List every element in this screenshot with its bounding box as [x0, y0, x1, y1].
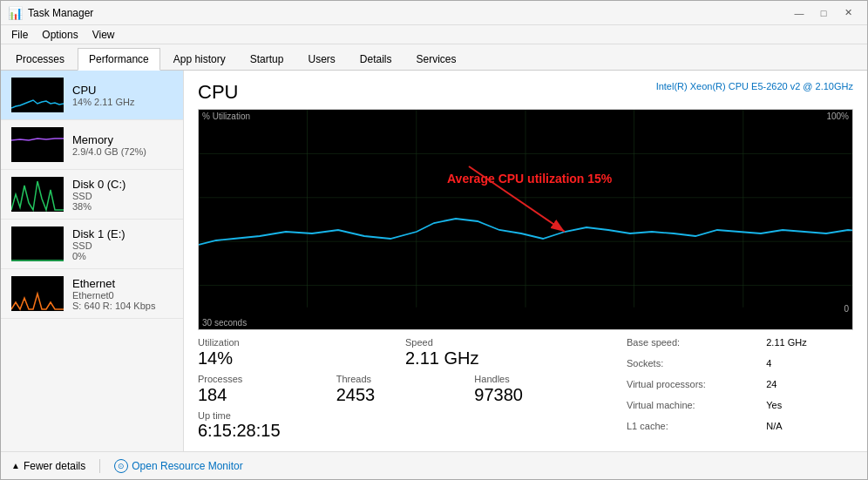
eth-sidebar-info: Ethernet Ethernet0 S: 640 R: 104 Kbps: [72, 277, 173, 311]
uptime-section: Up time 6:15:28:15: [198, 410, 613, 441]
menu-bar: File Options View: [1, 25, 867, 44]
speed-value: 2.11 GHz: [405, 348, 613, 368]
title-bar: 📊 Task Manager — □ ✕: [1, 1, 867, 25]
speed-label: Speed: [405, 337, 613, 348]
sidebar-item-disk0[interactable]: Disk 0 (C:) SSD 38%: [1, 170, 183, 220]
app-icon: 📊: [8, 6, 23, 20]
info-grid: Base speed:2.11 GHzSockets:4Virtual proc…: [627, 337, 853, 441]
cpu-chart: % Utilization 100% 30 seconds 0: [198, 109, 853, 330]
tab-services[interactable]: Services: [405, 48, 468, 70]
right-panel: CPU Intel(R) Xeon(R) CPU E5-2620 v2 @ 2.…: [184, 71, 867, 451]
threads-stat: Threads 2453: [336, 374, 475, 405]
cpu-mini-graph: [11, 78, 64, 112]
resource-monitor-icon: ⊙: [114, 459, 128, 473]
disk0-stats: 38%: [72, 201, 173, 212]
sidebar-item-disk1[interactable]: Disk 1 (E:) SSD 0%: [1, 220, 183, 269]
processes-label: Processes: [198, 374, 336, 384]
window-title: Task Manager: [28, 7, 93, 19]
sidebar-item-cpu[interactable]: CPU 14% 2.11 GHz: [1, 71, 183, 120]
uptime-value: 6:15:28:15: [198, 421, 613, 441]
handles-label: Handles: [474, 374, 613, 384]
info-value: Yes: [766, 400, 853, 420]
sidebar-item-memory[interactable]: Memory 2.9/4.0 GB (72%): [1, 120, 183, 170]
utilization-label: Utilization: [198, 337, 405, 348]
disk0-type: SSD: [72, 191, 173, 201]
disk1-mini-graph: [11, 226, 64, 261]
mem-mini-graph: [11, 127, 64, 162]
disk1-label: Disk 1 (E:): [72, 227, 173, 240]
cpu-stats: 14% 2.11 GHz: [72, 97, 173, 107]
cpu-label: CPU: [72, 84, 173, 97]
threads-label: Threads: [336, 374, 475, 384]
info-key: Virtual machine:: [627, 400, 752, 420]
tab-users[interactable]: Users: [296, 48, 346, 70]
sidebar: CPU 14% 2.11 GHz Memory 2.9/4.0 GB (72%): [1, 71, 184, 451]
menu-file[interactable]: File: [4, 27, 35, 43]
utilization-value: 14%: [198, 348, 405, 368]
mem-label: Memory: [72, 133, 173, 146]
utilization-stat: Utilization 14%: [198, 337, 405, 368]
eth-mini-graph: [11, 276, 64, 311]
disk1-sidebar-info: Disk 1 (E:) SSD 0%: [72, 227, 173, 261]
fewer-details-button[interactable]: ▲ Fewer details: [11, 460, 85, 472]
tab-app-history[interactable]: App history: [162, 48, 237, 70]
disk1-type: SSD: [72, 240, 173, 251]
stats-and-info: Utilization 14% Speed 2.11 GHz Processes…: [198, 337, 853, 441]
tab-bar: Processes Performance App history Startu…: [1, 44, 867, 71]
uptime-label: Up time: [198, 410, 613, 421]
threads-value: 2453: [336, 384, 475, 405]
main-content: CPU 14% 2.11 GHz Memory 2.9/4.0 GB (72%): [1, 71, 867, 451]
chevron-up-icon: ▲: [11, 461, 20, 470]
fewer-details-label: Fewer details: [24, 460, 85, 472]
title-bar-controls: — □ ✕: [787, 4, 860, 22]
info-key: Virtual processors:: [627, 379, 752, 399]
info-value: 24: [766, 379, 853, 399]
cpu-sidebar-info: CPU 14% 2.11 GHz: [72, 84, 173, 107]
info-key: L1 cache:: [627, 421, 752, 441]
speed-stat: Speed 2.11 GHz: [405, 337, 613, 368]
footer-divider: [99, 459, 100, 473]
open-resource-monitor-link[interactable]: ⊙ Open Resource Monitor: [114, 459, 242, 473]
maximize-button[interactable]: □: [811, 4, 836, 22]
menu-options[interactable]: Options: [35, 27, 85, 43]
tab-details[interactable]: Details: [349, 48, 403, 70]
info-key: Base speed:: [627, 337, 752, 357]
disk1-stats: 0%: [72, 251, 173, 261]
disk0-sidebar-info: Disk 0 (C:) SSD 38%: [72, 178, 173, 212]
mem-sidebar-info: Memory 2.9/4.0 GB (72%): [72, 133, 173, 157]
sidebar-item-ethernet[interactable]: Ethernet Ethernet0 S: 640 R: 104 Kbps: [1, 269, 183, 319]
processes-value: 184: [198, 384, 336, 405]
open-resource-monitor-label: Open Resource Monitor: [132, 460, 242, 472]
handles-stat: Handles 97380: [474, 374, 613, 405]
task-manager-window: 📊 Task Manager — □ ✕ File Options View P…: [0, 0, 868, 480]
info-value: 2.11 GHz: [766, 337, 853, 357]
tab-performance[interactable]: Performance: [78, 48, 160, 71]
panel-title: CPU: [198, 81, 238, 104]
stats-left: Utilization 14% Speed 2.11 GHz Processes…: [198, 337, 613, 441]
tab-processes[interactable]: Processes: [4, 48, 76, 70]
processes-threads-handles-row: Processes 184 Threads 2453 Handles 97380: [198, 374, 613, 405]
disk0-label: Disk 0 (C:): [72, 178, 173, 191]
info-key: Sockets:: [627, 358, 752, 378]
menu-view[interactable]: View: [85, 27, 122, 43]
tab-startup[interactable]: Startup: [239, 48, 295, 70]
info-value: 4: [766, 358, 853, 378]
mem-stats: 2.9/4.0 GB (72%): [72, 146, 173, 157]
eth-label: Ethernet: [72, 277, 173, 290]
info-value: N/A: [766, 421, 853, 441]
eth-name: Ethernet0: [72, 290, 173, 301]
disk0-mini-graph: [11, 177, 64, 212]
title-bar-left: 📊 Task Manager: [8, 6, 93, 20]
processes-stat: Processes 184: [198, 374, 336, 405]
panel-subtitle: Intel(R) Xeon(R) CPU E5-2620 v2 @ 2.10GH…: [656, 81, 853, 91]
close-button[interactable]: ✕: [836, 4, 860, 22]
footer: ▲ Fewer details ⊙ Open Resource Monitor: [1, 451, 867, 479]
minimize-button[interactable]: —: [787, 4, 811, 22]
utilization-speed-row: Utilization 14% Speed 2.11 GHz: [198, 337, 613, 368]
handles-value: 97380: [474, 384, 613, 405]
eth-stats: S: 640 R: 104 Kbps: [72, 301, 173, 311]
